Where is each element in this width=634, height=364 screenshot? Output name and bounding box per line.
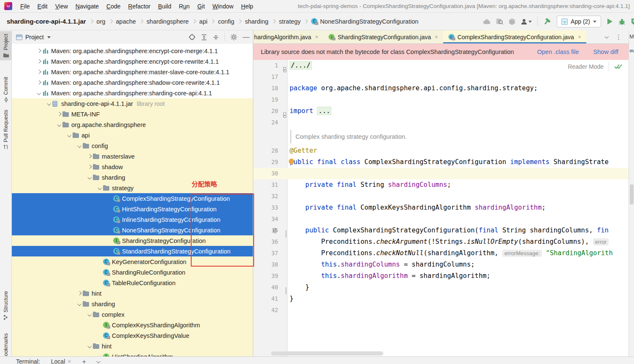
toolwindow-button-pull-requests[interactable]: Pull Requests xyxy=(0,107,12,152)
locate-file-icon[interactable] xyxy=(189,34,195,40)
user-account-button[interactable] xyxy=(521,19,532,25)
intention-lightbulb-icon[interactable] xyxy=(289,159,294,164)
breadcrumb-item[interactable]: shardingsphere xyxy=(146,18,189,25)
breadcrumb-item[interactable]: apache xyxy=(116,18,136,25)
chevron-down-icon[interactable] xyxy=(86,176,93,179)
tree-item-hintshardingalgorithm[interactable]: IHintShardingAlgorithm xyxy=(12,351,253,356)
tree-item-maven-org-apache-shardingsphere-sharding-core-api-4-1-1[interactable]: Maven: org.apache.shardingsphere:shardin… xyxy=(12,88,253,98)
tree-item-sharding[interactable]: sharding xyxy=(12,172,253,183)
run-configuration-select[interactable]: App (2) xyxy=(557,16,601,27)
chevron-right-icon[interactable] xyxy=(86,155,93,158)
debug-button[interactable] xyxy=(618,18,626,25)
chevron-down-icon[interactable] xyxy=(66,134,73,137)
menu-item-window[interactable]: Window xyxy=(209,1,237,11)
hide-panel-icon[interactable]: — xyxy=(243,35,249,39)
close-tab-icon[interactable]: × xyxy=(315,34,318,40)
menu-item-view[interactable]: View xyxy=(51,1,72,11)
tree-item-maven-org-apache-shardingsphere-shadow-core-rewrite-4-1-1[interactable]: Maven: org.apache.shardingsphere:shadow-… xyxy=(12,77,253,88)
menu-item-refactor[interactable]: Refactor xyxy=(125,1,154,11)
chevron-down-icon[interactable] xyxy=(96,186,103,189)
tab-list-chevron-icon[interactable] xyxy=(604,35,608,38)
tree-item-org-apache-shardingsphere[interactable]: org.apache.shardingsphere xyxy=(12,119,253,130)
menu-item-navigate[interactable]: Navigate xyxy=(72,1,103,11)
chevron-right-icon[interactable] xyxy=(35,70,42,73)
chevron-right-icon[interactable] xyxy=(35,81,42,84)
menu-item-file[interactable]: File xyxy=(16,1,34,11)
collapse-all-icon[interactable] xyxy=(213,34,219,40)
new-terminal-icon[interactable]: + xyxy=(82,358,86,364)
editor-tab-1[interactable]: hardingAlgorithm.java× xyxy=(253,30,323,43)
tree-item-api[interactable]: api xyxy=(12,130,253,140)
tree-item-complexshardingstrategyconfiguration[interactable]: CComplexShardingStrategyConfiguration xyxy=(12,193,253,204)
chevron-down-icon[interactable] xyxy=(86,313,93,316)
open-class-file-link[interactable]: Open .class file xyxy=(537,49,579,55)
chevron-down-icon[interactable] xyxy=(46,102,52,105)
close-tab-icon[interactable]: × xyxy=(578,34,581,40)
chevron-right-icon[interactable] xyxy=(56,113,62,116)
tree-item-complex[interactable]: complex xyxy=(12,309,253,320)
breadcrumb-item[interactable]: org xyxy=(97,18,106,25)
editor-tab-3[interactable]: CComplexShardingStrategyConfiguration.ja… xyxy=(443,30,586,43)
tree-item-inlineshardingstrategyconfiguration[interactable]: CInlineShardingStrategyConfiguration xyxy=(12,214,253,225)
search-everywhere-icon[interactable] xyxy=(496,18,503,25)
chevron-right-icon[interactable] xyxy=(35,49,42,52)
chevron-down-icon[interactable] xyxy=(86,345,93,348)
chevron-down-icon[interactable] xyxy=(76,144,83,147)
close-icon[interactable]: × xyxy=(68,358,71,364)
tab-options-icon[interactable]: ⋮ xyxy=(615,33,622,41)
menu-item-run[interactable]: Run xyxy=(175,1,194,11)
chevron-down-icon[interactable] xyxy=(35,92,42,94)
toolwindow-button-structure[interactable]: Structure xyxy=(0,289,12,323)
menu-item-code[interactable]: Code xyxy=(103,1,124,11)
toolwindow-button-project[interactable]: Project xyxy=(0,31,12,60)
tree-item-maven-org-apache-shardingsphere-encrypt-core-rewrite-4-1-1[interactable]: Maven: org.apache.shardingsphere:encrypt… xyxy=(12,56,253,67)
menu-item-git[interactable]: Git xyxy=(193,1,209,11)
breadcrumb-item[interactable]: api xyxy=(199,18,207,25)
chevron-right-icon[interactable] xyxy=(86,165,93,168)
plugin-hexagon-icon[interactable]: 4c xyxy=(509,18,515,25)
expand-all-icon[interactable] xyxy=(201,34,207,40)
cloud-icon[interactable] xyxy=(483,19,490,24)
tree-item-maven-org-apache-shardingsphere-master-slave-core-route-4-1-1[interactable]: Maven: org.apache.shardingsphere:master-… xyxy=(12,67,253,77)
breadcrumb-class-item[interactable]: NoneShardingStrategyConfiguration xyxy=(320,18,418,25)
maven-icon[interactable]: m xyxy=(629,48,634,54)
tree-item-strategy[interactable]: strategy xyxy=(12,183,253,193)
tree-item-shardingstrategyconfiguration[interactable]: IShardingStrategyConfiguration xyxy=(12,235,253,246)
coverage-button-cut[interactable] xyxy=(631,18,634,25)
toolwindow-button-maven[interactable]: M xyxy=(629,34,634,40)
build-hammer-icon[interactable] xyxy=(543,18,551,26)
tree-item-complexkeysshardingalgorithm[interactable]: IComplexKeysShardingAlgorithm xyxy=(12,320,253,330)
tree-item-config[interactable]: config xyxy=(12,140,253,151)
tree-item-hintshardingstrategyconfiguration[interactable]: CHintShardingStrategyConfiguration xyxy=(12,204,253,214)
annotation-gutter-icon[interactable]: @ xyxy=(273,225,276,236)
chevron-right-icon[interactable] xyxy=(35,60,42,63)
chevron-down-icon[interactable] xyxy=(56,123,62,126)
tree-item-masterslave[interactable]: masterslave xyxy=(12,151,253,162)
chevron-right-icon[interactable] xyxy=(76,292,83,295)
terminal-label[interactable]: Terminal: xyxy=(16,358,40,364)
breadcrumb-item[interactable]: sharding xyxy=(245,18,268,25)
breadcrumb-item[interactable]: sharding-core-api-4.1.1.jar xyxy=(7,18,86,25)
reader-mode-check-icon[interactable] xyxy=(614,63,623,70)
tree-item-meta-inf[interactable]: META-INF xyxy=(12,109,253,119)
tree-item-hint[interactable]: hint xyxy=(12,288,253,299)
menu-item-build[interactable]: Build xyxy=(154,1,175,11)
editor-tab-2[interactable]: IShardingStrategyConfiguration.java× xyxy=(323,30,443,43)
menu-item-help[interactable]: Help xyxy=(237,1,257,11)
run-button[interactable] xyxy=(607,18,613,25)
toolwindow-button-commit[interactable]: Commit xyxy=(0,74,12,105)
tree-item-sharding[interactable]: sharding xyxy=(12,299,253,309)
tree-item-complexkeysshardingvalue[interactable]: CComplexKeysShardingValue xyxy=(12,330,253,341)
menu-item-edit[interactable]: Edit xyxy=(34,1,51,11)
tree-item-shadow[interactable]: shadow xyxy=(12,162,253,172)
tree-item-standardshardingstrategyconfiguration[interactable]: CStandardShardingStrategyConfiguration xyxy=(12,246,253,256)
tree-item-noneshardingstrategyconfiguration[interactable]: CNoneShardingStrategyConfiguration xyxy=(12,225,253,235)
tree-item-keygeneratorconfiguration[interactable]: CKeyGeneratorConfiguration xyxy=(12,256,253,267)
terminal-tab-local[interactable]: Local× xyxy=(51,358,71,364)
tree-item-hint[interactable]: hint xyxy=(12,341,253,351)
scrollbar-thumb[interactable] xyxy=(630,184,634,205)
tree-item-maven-org-apache-shardingsphere-encrypt-core-merge-4-1-1[interactable]: Maven: org.apache.shardingsphere:encrypt… xyxy=(12,46,253,56)
breadcrumb-item[interactable]: config xyxy=(218,18,234,25)
tree-item-tableruleconfiguration[interactable]: CTableRuleConfiguration xyxy=(12,278,253,288)
chevron-down-icon[interactable] xyxy=(47,36,51,38)
